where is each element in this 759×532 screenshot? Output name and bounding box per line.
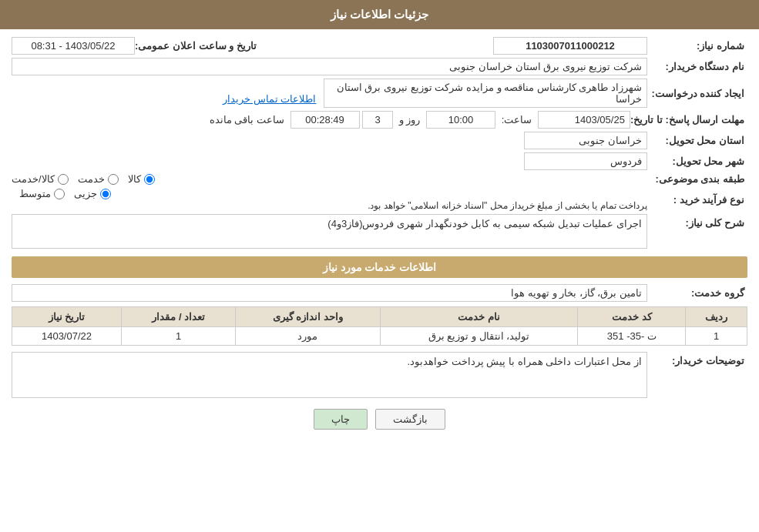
توضیحات-value: از محل اعتبارات داخلی همراه با پیش پرداخ… bbox=[12, 352, 647, 398]
row-mohlat: مهلت ارسال پاسخ: تا تاریخ: 1403/05/25 سا… bbox=[12, 111, 747, 129]
services-table: ردیف کد خدمت نام خدمت واحد اندازه گیری ت… bbox=[12, 306, 747, 346]
radio-kala-khedmat-item: کالا/خدمت bbox=[12, 173, 69, 185]
radio-khedmat-label: خدمت bbox=[78, 173, 105, 185]
radio-khedmat-input[interactable] bbox=[108, 174, 119, 185]
ostan-label: استان محل تحویل: bbox=[647, 135, 747, 146]
tabaghe-radio-group: کالا/خدمت خدمت کالا bbox=[12, 173, 647, 185]
page-header: جزئیات اطلاعات نیاز bbox=[0, 0, 759, 29]
col-vahed: واحد اندازه گیری bbox=[236, 307, 380, 327]
row-noع: نوع فرآیند خرید : متوسط جزیی پرداخت تمام… bbox=[12, 188, 747, 211]
darkhast-value: شرکت توزیع نیروی برق استان خراسان جنوبی bbox=[12, 58, 647, 75]
توضیحات-label: توضیحات خریدار: bbox=[647, 352, 747, 366]
radio-kala-input[interactable] bbox=[144, 174, 155, 185]
noع-desc: پرداخت تمام یا بخشی از مبلغ خریداز محل "… bbox=[368, 200, 647, 211]
tabaghe-label: طبقه بندی موضوعی: bbox=[647, 173, 747, 185]
tarikh-value: 1403/05/22 - 08:31 bbox=[12, 37, 135, 55]
back-button[interactable]: بازگشت bbox=[375, 409, 445, 430]
radio-motavaset-label: متوسط bbox=[19, 188, 51, 199]
roz-label: روز و bbox=[399, 114, 421, 125]
shahr-value: فردوس bbox=[524, 152, 647, 170]
shahr-label: شهر محل تحویل: bbox=[647, 156, 747, 167]
content-area: شماره نیاز: 1103007011000212 تاریخ و ساع… bbox=[0, 29, 759, 445]
khedmat-section-title: اطلاعات خدمات مورد نیاز bbox=[12, 256, 747, 278]
time-label: ساعت: bbox=[502, 114, 532, 125]
time-value: 10:00 bbox=[426, 111, 495, 129]
row-groah: گروه خدمت: تامین برق، گاز، بخار و تهویه … bbox=[12, 284, 747, 302]
row-sharh: شرح کلی نیاز: اجرای عملیات تبدیل شبکه سی… bbox=[12, 214, 747, 249]
col-kod: کد خدمت bbox=[578, 307, 686, 327]
header-title: جزئیات اطلاعات نیاز bbox=[331, 8, 428, 21]
radio-kala-khedmat-input[interactable] bbox=[58, 174, 69, 185]
baqi-value: 00:28:49 bbox=[291, 111, 360, 129]
groah-value: تامین برق، گاز، بخار و تهویه هوا bbox=[12, 284, 647, 302]
ijan-value: شهرزاد طاهری کارشناس مناقصه و مزایده شرک… bbox=[324, 79, 647, 108]
radio-kala-khedmat-label: کالا/خدمت bbox=[12, 173, 55, 185]
radio-jozi-input[interactable] bbox=[100, 189, 111, 199]
row-tabaghe: طبقه بندی موضوعی: کالا/خدمت خدمت کالا bbox=[12, 173, 747, 185]
darkhast-label: نام دستگاه خریدار: bbox=[647, 61, 747, 72]
cell-radif: 1 bbox=[686, 327, 747, 346]
radio-kala-item: کالا bbox=[128, 173, 155, 185]
cell-vahed: مورد bbox=[236, 327, 380, 346]
noع-label: نوع فرآیند خرید : bbox=[647, 194, 747, 206]
sharh-label: شرح کلی نیاز: bbox=[647, 214, 747, 229]
row-shahr: شهر محل تحویل: فردوس bbox=[12, 152, 747, 170]
shmarah-label: شماره نیاز: bbox=[647, 40, 747, 52]
shmarah-value: 1103007011000212 bbox=[493, 37, 647, 55]
ijan-link[interactable]: اطلاعات تماس خریدار bbox=[223, 93, 316, 105]
col-tedad: تعداد / مقدار bbox=[121, 307, 235, 327]
sharh-value: اجرای عملیات تبدیل شبکه سیمی به کابل خود… bbox=[12, 214, 647, 249]
date-value: 1403/05/25 bbox=[538, 111, 630, 129]
table-row: 1ت -35- 351تولید، انتقال و توزیع برقمورد… bbox=[12, 327, 747, 346]
col-name: نام خدمت bbox=[380, 307, 578, 327]
radio-kala-label: کالا bbox=[128, 173, 141, 185]
col-tarikh: تاریخ نیاز bbox=[12, 307, 122, 327]
row-ostan: استان محل تحویل: خراسان جنوبی bbox=[12, 132, 747, 149]
roz-value: 3 bbox=[362, 111, 393, 129]
col-radif: ردیف bbox=[686, 307, 747, 327]
cell-kod: ت -35- 351 bbox=[578, 327, 686, 346]
cell-tarikh: 1403/07/22 bbox=[12, 327, 122, 346]
radio-jozi-item: جزیی bbox=[74, 188, 111, 199]
row-ijan: ایجاد کننده درخواست: شهرزاد طاهری کارشنا… bbox=[12, 79, 747, 108]
radio-motavaset-item: متوسط bbox=[19, 188, 65, 199]
row-darkhast: نام دستگاه خریدار: شرکت توزیع نیروی برق … bbox=[12, 58, 747, 75]
cell-tedad: 1 bbox=[121, 327, 235, 346]
print-button[interactable]: چاپ bbox=[314, 409, 368, 430]
row-shmarah: شماره نیاز: 1103007011000212 تاریخ و ساع… bbox=[12, 37, 747, 55]
groah-label: گروه خدمت: bbox=[647, 287, 747, 299]
button-row: بازگشت چاپ bbox=[12, 409, 747, 430]
ostan-value: خراسان جنوبی bbox=[524, 132, 647, 149]
baqi-label: ساعت باقی مانده bbox=[210, 114, 284, 125]
row-توضیحات: توضیحات خریدار: از محل اعتبارات داخلی هم… bbox=[12, 352, 747, 398]
radio-motavaset-input[interactable] bbox=[54, 189, 65, 199]
page-wrapper: جزئیات اطلاعات نیاز شماره نیاز: 11030070… bbox=[0, 0, 759, 532]
noع-radio-group: متوسط جزیی bbox=[19, 188, 647, 199]
radio-jozi-label: جزیی bbox=[74, 188, 97, 199]
tarikh-label: تاریخ و ساعت اعلان عمومی: bbox=[135, 40, 260, 52]
ijan-label: ایجاد کننده درخواست: bbox=[647, 88, 747, 99]
cell-name: تولید، انتقال و توزیع برق bbox=[380, 327, 578, 346]
mohlat-label: مهلت ارسال پاسخ: تا تاریخ: bbox=[630, 114, 747, 125]
radio-khedmat-item: خدمت bbox=[78, 173, 119, 185]
